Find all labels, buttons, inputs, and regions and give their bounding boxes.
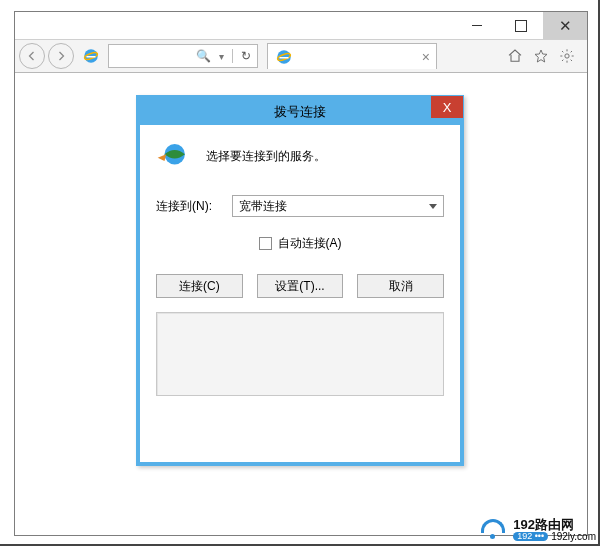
dialog-close-button[interactable]: X bbox=[431, 96, 463, 118]
connection-globe-icon bbox=[156, 139, 190, 173]
dropdown-caret-icon: ▾ bbox=[219, 51, 224, 62]
dialog-title-text: 拨号连接 bbox=[274, 103, 326, 121]
connection-selected-value: 宽带连接 bbox=[239, 198, 287, 215]
wifi-icon bbox=[479, 519, 507, 541]
home-icon[interactable] bbox=[507, 48, 523, 64]
window-maximize-button[interactable] bbox=[499, 12, 543, 39]
screenshot-stage: ✕ 🔍 ▾ ↻ × bbox=[0, 0, 600, 546]
tab-close-button[interactable]: × bbox=[422, 49, 430, 65]
window-titlebar: ✕ bbox=[15, 12, 587, 40]
watermark-title: 192路由网 bbox=[513, 518, 596, 532]
forward-button[interactable] bbox=[48, 43, 74, 69]
close-icon: ✕ bbox=[559, 17, 572, 35]
arrow-left-icon bbox=[26, 50, 38, 62]
address-bar[interactable]: 🔍 ▾ ↻ bbox=[108, 44, 258, 68]
connect-button[interactable]: 连接(C) bbox=[156, 274, 243, 298]
favorites-star-icon[interactable] bbox=[533, 48, 549, 64]
watermark-badge: 192 ••• bbox=[513, 532, 548, 541]
watermark: 192路由网 192 ••• 192ly.com bbox=[479, 518, 596, 542]
ie-logo-icon bbox=[274, 47, 294, 67]
svg-point-4 bbox=[565, 54, 569, 58]
cancel-button[interactable]: 取消 bbox=[357, 274, 444, 298]
dialog-body: 选择要连接到的服务。 连接到(N): 宽带连接 自动连接(A) 连接(C) 设置… bbox=[140, 125, 460, 462]
window-close-button[interactable]: ✕ bbox=[543, 12, 587, 39]
watermark-domain: 192ly.com bbox=[551, 532, 596, 543]
toolbar-right-icons bbox=[499, 48, 583, 64]
separator bbox=[232, 49, 233, 63]
dialup-dialog: 拨号连接 X 选择要连接到的服务。 连接到(N): 宽带连接 bbox=[136, 95, 464, 466]
auto-connect-label: 自动连接(A) bbox=[278, 235, 342, 252]
settings-button[interactable]: 设置(T)... bbox=[257, 274, 344, 298]
browser-toolbar: 🔍 ▾ ↻ × bbox=[15, 40, 587, 73]
tab-strip: × bbox=[267, 43, 496, 69]
ie-logo-icon bbox=[81, 46, 101, 66]
connection-combobox[interactable]: 宽带连接 bbox=[232, 195, 444, 217]
connect-to-label: 连接到(N): bbox=[156, 198, 220, 215]
status-panel bbox=[156, 312, 444, 396]
dialog-header-text: 选择要连接到的服务。 bbox=[206, 148, 326, 165]
close-icon: X bbox=[443, 100, 452, 115]
gear-icon[interactable] bbox=[559, 48, 575, 64]
auto-connect-checkbox[interactable] bbox=[259, 237, 272, 250]
dialog-titlebar: 拨号连接 X bbox=[140, 99, 460, 125]
search-icon: 🔍 bbox=[196, 49, 211, 63]
arrow-right-icon bbox=[55, 50, 67, 62]
window-minimize-button[interactable] bbox=[455, 12, 499, 39]
refresh-icon[interactable]: ↻ bbox=[241, 49, 251, 63]
back-button[interactable] bbox=[19, 43, 45, 69]
browser-tab[interactable]: × bbox=[267, 43, 437, 69]
